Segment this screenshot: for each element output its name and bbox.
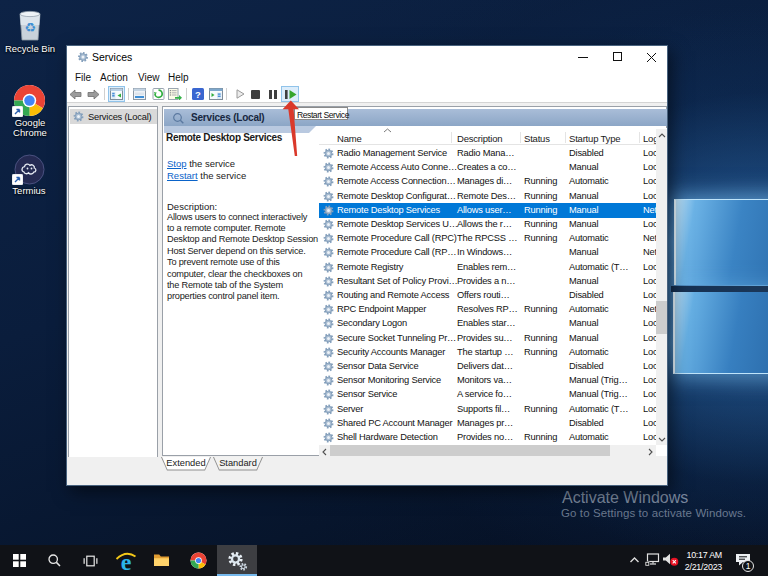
svg-text:?: ? — [195, 89, 201, 100]
svg-text:e: e — [121, 549, 132, 574]
svg-text:♻: ♻ — [24, 20, 36, 35]
